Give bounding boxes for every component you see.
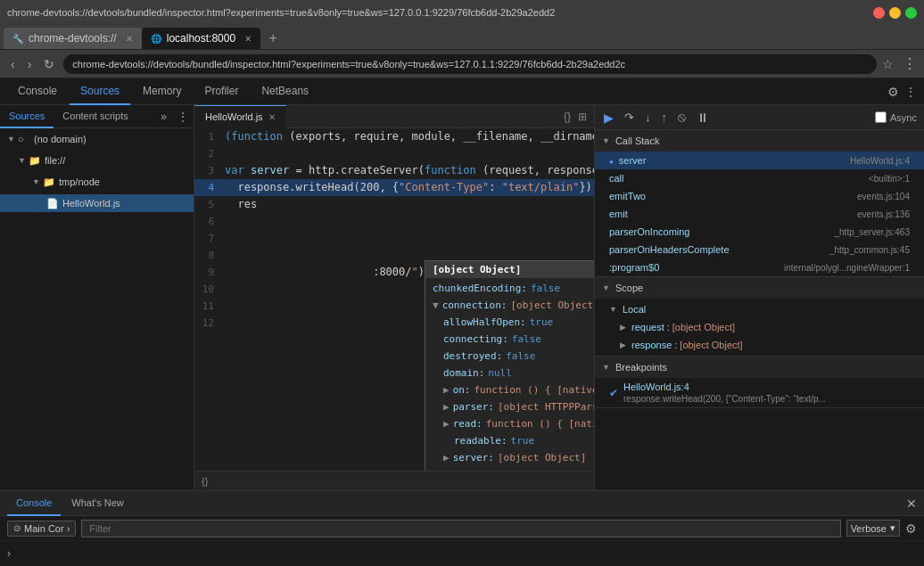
call-stack-item-emit[interactable]: emit events.js:136 (595, 205, 924, 223)
breakpoints-list: ✔ HelloWorld.js:4 response.writeHead(200… (595, 378, 924, 407)
call-stack-section: ▼ Call Stack ●server HelloWorld.js:4 cal… (595, 130, 924, 277)
file-tree-tab-more[interactable]: » (155, 111, 172, 123)
console-settings-btn[interactable]: ⚙ (905, 521, 917, 536)
breakpoint-checkbox[interactable]: ✔ (609, 387, 618, 399)
console-tab-console[interactable]: Console (7, 491, 61, 516)
scope-item-response[interactable]: ▶ response : [object Object] (595, 336, 924, 354)
devtools-tab-profiler[interactable]: Profiler (194, 78, 249, 105)
tooltip-row-domain: domain: null (425, 365, 594, 381)
file-tree-menu-btn[interactable]: ⋮ (172, 111, 194, 123)
scope-header[interactable]: ▼ Scope (595, 277, 924, 299)
file-tree-header: Sources Content scripts » ⋮ (0, 105, 194, 128)
tab-close-devtools[interactable]: ✕ (126, 34, 133, 44)
pretty-print-btn[interactable]: {} (202, 476, 208, 487)
window-min-btn[interactable] (889, 7, 901, 19)
editor-tab-close-helloworld[interactable]: ✕ (268, 112, 276, 122)
call-stack-item-parserheaders[interactable]: parserOnHeadersComplete _http_common.js:… (595, 241, 924, 258)
chrome-menu-btn[interactable]: ⋮ (903, 55, 917, 72)
format-icon[interactable]: {} (564, 111, 571, 123)
url-bar: ‹ › ↻ ☆ ⋮ (0, 50, 924, 78)
scope-item-local[interactable]: ▼ Local (595, 300, 924, 318)
console-context-selector[interactable]: ⊙ Main Cor › (7, 521, 76, 537)
devtools-settings-icon[interactable]: ⚙ (887, 85, 899, 99)
scope-list: ▼ Local ▶ request : [object Object] ▶ re… (595, 299, 924, 356)
console-input[interactable] (16, 547, 22, 560)
tree-item-no-domain[interactable]: ▼ ○ (no domain) (0, 128, 194, 150)
editor-status-bar: {} (194, 471, 594, 490)
devtools-main: Sources Content scripts » ⋮ ▼ ○ (no doma… (0, 105, 924, 490)
file-tree-tab-sources[interactable]: Sources (0, 105, 54, 128)
main-layout: chrome-devtools://devtools/bundled/inspe… (0, 0, 924, 566)
tooltip-row-1[interactable]: ▼ connection: [object Object] (425, 297, 594, 314)
debug-step-over-btn[interactable]: ↷ (623, 109, 636, 126)
debug-step-into-btn[interactable]: ↓ (643, 109, 653, 126)
call-stack-item-server[interactable]: ●server HelloWorld.js:4 (595, 152, 924, 169)
call-stack-item-parserincoming[interactable]: parserOnIncoming _http_server.js:463 (595, 223, 924, 241)
browser-tab-bar: 🔧 chrome-devtools:// ✕ 🌐 localhost:8000 … (0, 25, 924, 50)
new-tab-btn[interactable]: + (260, 28, 285, 49)
object-tooltip: [object Object] chunkedEncoding: false ▼… (425, 260, 594, 471)
debug-stop-btn[interactable]: ⏸ (695, 109, 711, 127)
tooltip-row-destroyed: destroyed: false (425, 348, 594, 365)
cursor-icon[interactable]: ⊞ (578, 111, 587, 123)
console-close-btn[interactable]: ✕ (906, 496, 917, 511)
reload-btn[interactable]: ↻ (40, 55, 58, 73)
tooltip-row-server[interactable]: ▶ server: [object Object] (425, 449, 594, 466)
folder-icon-file: 📁 (29, 155, 41, 167)
breakpoint-item-0[interactable]: ✔ HelloWorld.js:4 response.writeHead(200… (595, 380, 924, 406)
async-checkbox[interactable] (875, 111, 887, 123)
scope-item-request[interactable]: ▶ request : [object Object] (595, 318, 924, 336)
call-stack-item-emittwo[interactable]: emitTwo events.js:104 (595, 187, 924, 205)
breakpoints-header[interactable]: ▼ Breakpoints (595, 357, 924, 378)
devtools-tab-sources[interactable]: Sources (70, 78, 130, 105)
window-controls (873, 7, 917, 19)
code-area[interactable]: 1 (function (exports, require, module, _… (194, 128, 594, 471)
folder-icon-tmp: 📁 (43, 176, 55, 188)
arrow-file: ▼ (18, 156, 29, 165)
devtools-more-icon[interactable]: ⋮ (904, 85, 917, 99)
async-toggle[interactable]: Async (875, 111, 917, 123)
console-tab-whatsnew[interactable]: What's New (62, 491, 132, 516)
bookmark-icon[interactable]: ☆ (882, 57, 894, 71)
browser-tab-devtools[interactable]: 🔧 chrome-devtools:// ✕ (4, 28, 142, 49)
debug-step-out-btn[interactable]: ↑ (660, 109, 670, 126)
debug-deactivate-btn[interactable]: ⦸ (676, 108, 688, 127)
window-close-btn[interactable] (873, 7, 885, 19)
debug-panel: ▶ ↷ ↓ ↑ ⦸ ⏸ Async ▼ Call Stack (594, 105, 924, 490)
devtools-tab-netbeans[interactable]: NetBeans (251, 78, 319, 105)
call-stack-item-call[interactable]: call <builtin>:1 (595, 169, 924, 187)
tree-item-tmp-node[interactable]: ▼ 📁 tmp/node (0, 171, 194, 193)
tree-item-file[interactable]: ▼ 📁 file:// (0, 150, 194, 171)
debug-play-btn[interactable]: ▶ (602, 109, 615, 127)
browser-tab-localhost[interactable]: 🌐 localhost:8000 ✕ (142, 28, 260, 49)
window-max-btn[interactable] (905, 7, 917, 19)
console-filter-input[interactable] (81, 520, 840, 537)
folder-icon-no-domain: ○ (18, 134, 30, 144)
forward-btn[interactable]: › (24, 55, 36, 73)
breakpoints-section: ▼ Breakpoints ✔ HelloWorld.js:4 response… (595, 357, 924, 408)
url-input[interactable] (63, 54, 877, 74)
scope-section: ▼ Scope ▼ Local ▶ request : [object Obje… (595, 277, 924, 357)
verbose-select[interactable]: Verbose ▾ (846, 520, 900, 537)
tooltip-row-connecting: connecting: false (425, 331, 594, 348)
tooltip-body[interactable]: chunkedEncoding: false ▼ connection: [ob… (425, 278, 594, 471)
code-line-4: 4 response.writeHead(200, {"Content-Type… (194, 179, 594, 196)
tab-close-localhost[interactable]: ✕ (244, 34, 252, 44)
call-stack-header[interactable]: ▼ Call Stack (595, 130, 924, 152)
code-line-6: 6 (194, 213, 594, 230)
call-stack-item-program[interactable]: :program$0 internal/polygl...ngineWrappe… (595, 258, 924, 276)
console-area: Console What's New ✕ ⊙ Main Cor › Verbos… (0, 490, 924, 566)
editor-tab-helloworld[interactable]: HelloWorld.js ✕ (194, 105, 286, 128)
devtools-tab-console[interactable]: Console (7, 78, 68, 105)
tooltip-row-on[interactable]: ▶ on: function () { [native code] } (425, 381, 594, 398)
back-btn[interactable]: ‹ (7, 55, 19, 73)
devtools-tab-memory[interactable]: Memory (132, 78, 192, 105)
editor-panel: HelloWorld.js ✕ {} ⊞ 1 (function (export… (194, 105, 594, 490)
tree-item-helloworld[interactable]: 📄 HelloWorld.js (0, 193, 194, 214)
tooltip-row-read[interactable]: ▶ read: function () { [native code] } (425, 415, 594, 432)
editor-tab-label-helloworld: HelloWorld.js (205, 111, 263, 122)
code-line-7: 7 (194, 230, 594, 247)
tooltip-row-parser[interactable]: ▶ parser: [object HTTPPParser] (425, 398, 594, 415)
file-tree-tab-content-scripts[interactable]: Content scripts (54, 105, 136, 128)
console-body[interactable]: › (0, 541, 924, 566)
